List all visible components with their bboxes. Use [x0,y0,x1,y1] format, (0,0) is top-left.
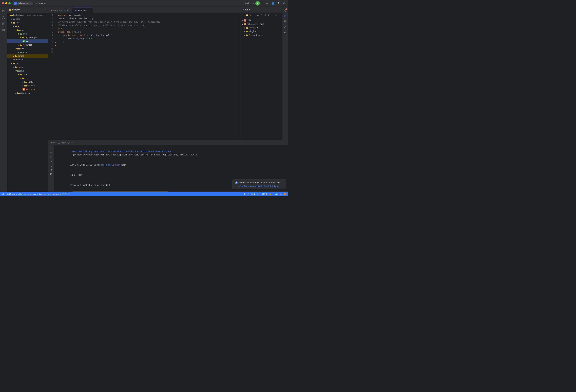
tree-item-test2[interactable]: ▼ test [7,76,48,80]
dont-ask-link[interactable]: Don't Ask Again [264,185,280,187]
rerun-button[interactable]: ↻ [49,147,53,151]
maven-item-child1[interactable]: ▶ m child1 [241,19,282,22]
status-encoding[interactable]: UTF-8 [261,193,267,195]
bc-java[interactable]: java [39,193,43,195]
tree-item-main-class[interactable]: ▶ Main [7,39,48,43]
scrollbar-thumb[interactable] [72,191,168,192]
more-options-icon[interactable]: ⋯ [266,1,269,5]
tree-item-idea[interactable]: ▶ .idea [7,17,48,21]
status-position[interactable]: 12:2 [251,193,255,195]
view-files-link[interactable]: View Files [239,185,249,187]
run-arrow-main[interactable]: ▶ [55,44,56,47]
tree-item-resources1[interactable]: ▶ resources [7,43,48,47]
sidebar-item-structure[interactable] [0,21,6,27]
account-icon[interactable]: 👤 [271,1,275,5]
bc-example[interactable]: example [52,193,59,195]
bc-src[interactable]: src [26,193,29,195]
wrap-button[interactable]: ⊞ [49,172,53,176]
tree-item-com[interactable]: ▼ com [7,73,48,76]
maven-clear-button[interactable]: ✗ [263,13,267,17]
run-arrow-class[interactable]: ▶ [55,40,56,44]
maven-item-lifecycle[interactable]: ▶ Lifecycle [241,26,282,30]
minimize-button[interactable] [5,2,7,4]
more-tools-icon[interactable]: ⋯ [0,184,6,191]
status-lf[interactable]: LF [258,193,259,195]
close-button[interactable] [2,2,4,4]
run-tab-close-button[interactable]: ✕ [71,142,73,144]
maven-download-button[interactable]: ↓ [249,13,252,17]
maven-add-button[interactable]: + [253,13,256,17]
tree-item-src1[interactable]: ▼ src [7,25,48,28]
status-vcs-label[interactable]: ✓ [247,193,249,195]
bc-hellomaven[interactable]: helloMaven [5,193,15,195]
sidebar-item-vcs[interactable] [0,14,6,21]
debug-icon[interactable]: ⚡ [261,1,264,5]
code-editor[interactable]: package org.example; import lombok.exter… [57,13,241,140]
sidebar-item-project[interactable] [0,8,6,14]
tab-main-run[interactable]: Main (1) ✕ [56,141,75,145]
branch-selector[interactable]: ⎇ master ∨ [34,1,49,5]
project-selector[interactable]: M helloMaven ∨ [13,1,33,5]
database-icon[interactable] [283,19,288,24]
tree-item-main2[interactable]: ▼ main [7,65,48,69]
tree-item-target[interactable]: ▶ target [7,54,48,58]
bc-main-class[interactable]: Main [62,193,69,195]
tree-item-src2[interactable]: ▼ src [7,61,48,65]
tab-run[interactable]: Run [49,141,56,145]
horizontal-scrollbar[interactable] [48,191,288,192]
maven-more-button[interactable]: → [278,13,281,17]
maven-settings-button[interactable]: ⚙ [260,13,263,17]
maven-item-plugins[interactable]: ▶ Plugins [241,30,282,33]
panel-chevron-icon[interactable]: ∨ [45,9,47,11]
console-class-link[interactable]: org.example.Main [101,164,120,166]
breadcrumb[interactable]: helloMaven > child1 > src > main > java … [5,193,69,195]
maven-cancel-button[interactable]: ✗ [267,13,270,17]
tree-item-hellomaven[interactable]: ▼ helloMaven ~/Desktop/CS/JavaEE/1 [7,13,48,17]
resume-button[interactable]: ▶ [49,155,53,158]
status-error-icon[interactable]: ! [284,193,286,195]
bc-child1[interactable]: child1 [18,193,24,195]
maven-run-button[interactable]: ▶ [256,13,259,17]
tree-item-test1[interactable]: ▼ test [7,47,48,51]
sidebar-item-plugins[interactable] [0,27,6,33]
tree-item-child1[interactable]: ▼ child1 [7,21,48,25]
bc-main[interactable]: main [32,193,36,195]
maven-open-button[interactable]: 📁 [245,13,249,17]
tree-item-main-java2[interactable]: C Main.java [7,88,48,91]
tab-main-java[interactable]: ● Main.java ✕ [72,8,93,13]
always-add-link[interactable]: Always Add [250,185,262,187]
scroll-down-button[interactable]: ↓ [49,164,53,168]
tree-item-entity[interactable]: ▶ entity [7,80,48,84]
status-indent[interactable]: 4 spaces [274,193,282,195]
more-button[interactable]: ⋮ [49,176,53,180]
tree-item-org-example[interactable]: ▼ org.example [7,36,48,39]
java-path-link[interactable]: /Users/eve/Library/Java/JavaVirtualMachi… [70,150,171,152]
search-icon[interactable]: 🔍 [277,1,281,5]
tree-item-java2[interactable]: ▼ java [7,69,48,73]
maven-reload-button[interactable]: ↻ [242,13,245,17]
run-button[interactable]: ▶ [255,1,260,5]
bc-org[interactable]: org [46,193,49,195]
maven-expand-button[interactable]: ↔ [271,13,274,17]
scroll-up-button[interactable]: ↑ [49,160,53,164]
stop-button[interactable]: ⏹ [49,151,53,154]
maven-side-icon[interactable]: m [283,30,288,34]
tree-item-java1[interactable]: ▼ java [7,32,48,36]
tab-pom-xml[interactable]: m pom.xml (child1) [48,8,72,13]
maven-item-hellomaven[interactable]: ▼ m helloMaven (root) [241,22,282,26]
tree-item-java-test[interactable]: ▶ java [7,51,48,54]
tree-item-main1[interactable]: ▼ main [7,28,48,32]
tab-close-button[interactable]: ✕ [88,9,91,11]
tree-item-mapper[interactable]: ▶ mapper [7,84,48,88]
maven-item-dependencies[interactable]: ▶ Dependencies [241,33,282,37]
settings-icon[interactable]: ⚙ [283,1,286,5]
tree-item-resources2[interactable]: ▶ resources [7,91,48,95]
ellipsis-menu-icon[interactable]: ⋯ [236,9,239,13]
git-icon[interactable] [283,24,288,29]
expand-button[interactable]: ↕ [49,168,53,172]
tree-item-pom[interactable]: m pom.xml [7,58,48,61]
status-lock-icon[interactable]: 🔒 [269,193,272,195]
maximize-button[interactable] [8,2,11,4]
maven-group-button[interactable]: ⊞ [274,13,278,17]
status-settings-icon[interactable]: ⚙ [243,193,245,195]
